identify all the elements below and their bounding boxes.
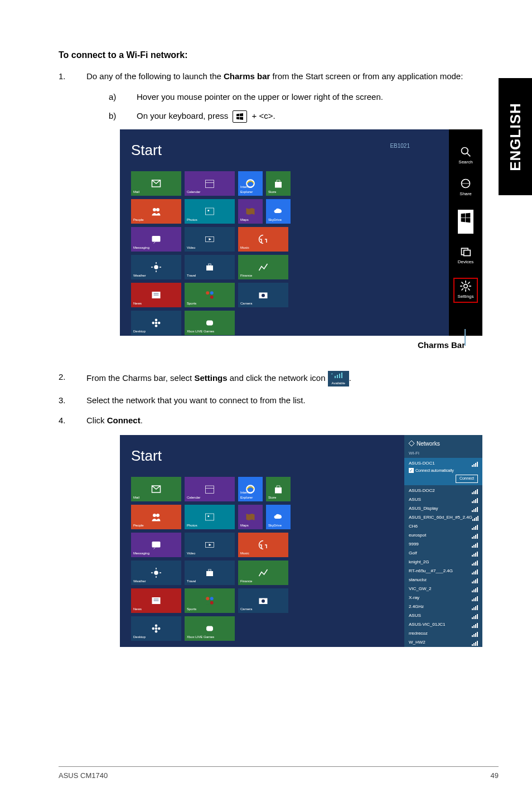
checkbox-icon[interactable]: ✓ [409, 468, 414, 473]
step-number: 1. [59, 70, 86, 363]
tile-store[interactable]: Store [266, 171, 291, 196]
tile-finance[interactable]: Finance [238, 255, 288, 279]
charms-caption: Charms Bar [86, 339, 465, 352]
svg-rect-2 [152, 236, 161, 242]
tile-sports[interactable]: Sports [185, 283, 235, 307]
tile-internet-explorer[interactable]: Internet Explorer [238, 477, 263, 501]
charm-devices[interactable]: Devices [458, 246, 473, 265]
network-row[interactable]: ASUS_Display [404, 504, 482, 513]
step-number: 3. [59, 394, 86, 407]
tile-music[interactable]: Music [238, 227, 288, 252]
svg-point-1 [156, 208, 159, 211]
tile-calendar[interactable]: Calendar [185, 477, 235, 501]
network-row[interactable]: 9999 [404, 540, 482, 549]
step-number: 4. [59, 414, 86, 647]
networks-panel: Networks Wi-Fi ASUS-DOC1 ✓Connect automa… [404, 435, 482, 647]
network-row[interactable]: ASUS-DOC2 [404, 486, 482, 495]
callout-line [465, 329, 466, 346]
network-row[interactable]: rredrecoz [404, 629, 482, 638]
tile-people[interactable]: People [131, 199, 181, 224]
network-row[interactable]: stanucbz [404, 576, 482, 584]
svg-point-24 [206, 291, 209, 294]
network-row[interactable]: ASUS [404, 611, 482, 620]
tile-xbox-live-games[interactable]: Xbox LIVE Games [185, 616, 235, 641]
tile-people[interactable]: People [131, 505, 181, 529]
tile-weather[interactable]: Weather [131, 561, 181, 585]
svg-rect-18 [206, 208, 214, 215]
step-bold: Settings [194, 373, 227, 383]
tile-video[interactable]: Video [185, 533, 235, 557]
network-row[interactable]: X-ray [404, 593, 482, 602]
tile-travel[interactable]: Travel [185, 255, 235, 279]
tile-calendar[interactable]: Calendar [185, 171, 235, 196]
tile-photos[interactable]: Photos [185, 199, 235, 224]
network-row[interactable]: W_HW2 [404, 638, 482, 647]
tile-sports[interactable]: Sports [185, 588, 235, 613]
step-text: Click [86, 416, 107, 425]
svg-point-14 [152, 322, 155, 325]
start-title: Start [131, 445, 393, 467]
tile-news[interactable]: News [131, 588, 181, 613]
network-row[interactable]: VIC_GW_2 [404, 584, 482, 593]
charm-share[interactable]: Share [460, 178, 471, 197]
svg-point-12 [155, 319, 158, 322]
tile-store[interactable]: Store [266, 477, 291, 501]
network-row[interactable]: ASUS_ERIC_60d_EH_#5_2.4G [404, 513, 482, 522]
svg-point-70 [210, 597, 214, 600]
tile-camera[interactable]: Camera [238, 588, 288, 613]
tile-video[interactable]: Video [185, 227, 235, 252]
svg-rect-16 [206, 180, 214, 188]
network-row[interactable]: ASUS-VIC_01JC1 [404, 620, 482, 629]
tile-messaging[interactable]: Messaging [131, 533, 181, 557]
svg-rect-22 [206, 265, 213, 270]
tile-travel[interactable]: Travel [185, 561, 235, 585]
network-row[interactable]: eurospot [404, 531, 482, 540]
step-bold: Charms bar [224, 71, 270, 81]
step-body: Do any of the following to launch the Ch… [86, 70, 499, 363]
svg-rect-63 [206, 514, 214, 520]
svg-point-15 [158, 322, 161, 325]
tile-finance[interactable]: Finance [238, 561, 288, 585]
tile-desktop[interactable]: Desktop [131, 616, 181, 641]
tile-news[interactable]: News [131, 283, 181, 307]
tile-mail[interactable]: Mail [131, 171, 181, 196]
tile-maps[interactable]: Maps [238, 199, 263, 224]
charm-start[interactable]: Start [458, 210, 473, 234]
network-row[interactable]: CH6 [404, 522, 482, 531]
networks-header: Networks [404, 438, 482, 450]
charm-settings[interactable]: Settings [453, 278, 478, 303]
footer-page: 49 [491, 771, 499, 780]
tile-skydrive[interactable]: SkyDrive [266, 199, 291, 224]
tile-messaging[interactable]: Messaging [131, 227, 181, 252]
tile-weather[interactable]: Weather [131, 255, 181, 279]
connect-button[interactable]: Connect [456, 475, 478, 483]
network-row[interactable]: RT-n65u__#7___2.4G [404, 567, 482, 576]
tile-music[interactable]: Music [238, 533, 288, 557]
tile-maps[interactable]: Maps [238, 505, 263, 529]
svg-point-75 [262, 599, 265, 602]
tile-xbox-live-games[interactable]: Xbox LIVE Games [185, 311, 235, 335]
svg-point-46 [156, 514, 159, 517]
figure-networks: Start MailPeopleMessagingWeatherNewsDesk… [120, 435, 482, 647]
step-text: . [141, 416, 143, 425]
step-body: Click Connect. Start MailPeopleMessaging… [86, 414, 499, 647]
tile-camera[interactable]: Camera [238, 283, 288, 307]
tile-mail[interactable]: Mail [131, 477, 181, 501]
tile-skydrive[interactable]: SkyDrive [266, 505, 291, 529]
svg-rect-68 [209, 569, 211, 571]
network-row[interactable]: knight_2G [404, 558, 482, 567]
network-row[interactable]: 2.4GHz [404, 602, 482, 611]
svg-line-41 [462, 282, 463, 284]
charms-bar: SearchShareStartDevicesSettings [449, 129, 482, 336]
network-row[interactable]: ASUS [404, 495, 482, 504]
step-text: and click the network icon [228, 373, 328, 383]
svg-rect-67 [206, 571, 213, 576]
tile-photos[interactable]: Photos [185, 505, 235, 529]
tile-desktop[interactable]: Desktop [131, 311, 181, 335]
charm-search[interactable]: Search [458, 146, 472, 166]
network-row[interactable]: Golf [404, 549, 482, 558]
selected-network[interactable]: ASUS-DOC1 ✓Connect automatically Connect [404, 458, 482, 485]
tile-internet-explorer[interactable]: Internet Explorer [238, 171, 263, 196]
substep-letter: a) [109, 91, 137, 104]
section-title: To connect to a Wi-Fi network: [59, 50, 499, 60]
